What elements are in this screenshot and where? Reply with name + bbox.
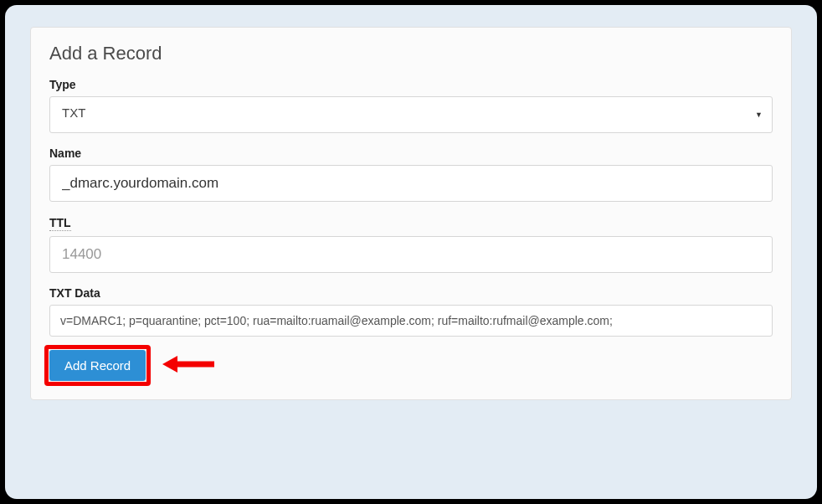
page-frame: Add a Record Type TXT ▼ Name TTL TXT Dat… (5, 5, 817, 499)
type-label: Type (49, 78, 773, 91)
panel-title: Add a Record (49, 43, 773, 64)
name-input[interactable] (49, 165, 773, 202)
name-label: Name (49, 147, 773, 160)
form-group-name: Name (49, 147, 773, 202)
ttl-label: TTL (49, 216, 71, 231)
form-group-txtdata: TXT Data (49, 286, 773, 337)
txtdata-label: TXT Data (49, 286, 773, 300)
txtdata-input[interactable] (49, 305, 773, 337)
form-group-ttl: TTL (49, 215, 773, 273)
add-record-panel: Add a Record Type TXT ▼ Name TTL TXT Dat… (30, 27, 792, 400)
svg-marker-1 (162, 356, 177, 373)
ttl-input[interactable] (49, 236, 773, 273)
arrow-left-icon (162, 352, 216, 379)
type-select[interactable]: TXT (49, 96, 773, 133)
form-group-type: Type TXT ▼ (49, 78, 773, 133)
action-row: Add Record (49, 350, 146, 381)
type-select-wrapper: TXT ▼ (49, 96, 773, 133)
add-record-button[interactable]: Add Record (49, 350, 146, 381)
